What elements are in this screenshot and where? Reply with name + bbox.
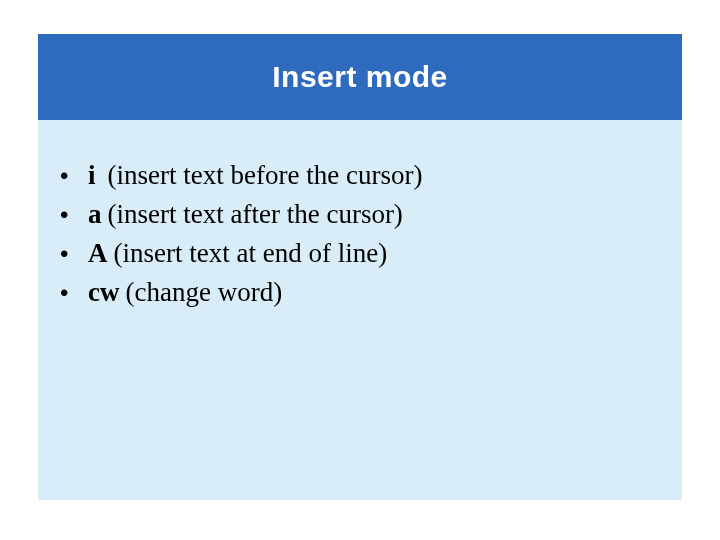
bullet-icon: • [60,159,88,194]
slide: Insert mode • i (insert text before the … [0,0,720,540]
title-bar: Insert mode [38,34,682,120]
command-desc: (insert text before the cursor) [108,156,423,195]
list-item: • cw (change word) [60,273,660,312]
list-item: • i (insert text before the cursor) [60,156,660,195]
command-desc: (insert text at end of line) [114,234,388,273]
slide-title: Insert mode [272,60,448,94]
list-item: • A (insert text at end of line) [60,234,660,273]
command-list: • i (insert text before the cursor) • a … [60,156,660,313]
bullet-icon: • [60,237,88,272]
command-key: cw [88,273,119,312]
command-desc: (insert text after the cursor) [108,195,403,234]
list-item: • a (insert text after the cursor) [60,195,660,234]
bullet-icon: • [60,276,88,311]
command-key: i [88,156,96,195]
bullet-icon: • [60,198,88,233]
command-desc: (change word) [125,273,282,312]
body-panel: • i (insert text before the cursor) • a … [38,120,682,500]
command-key: a [88,195,102,234]
command-key: A [88,234,108,273]
